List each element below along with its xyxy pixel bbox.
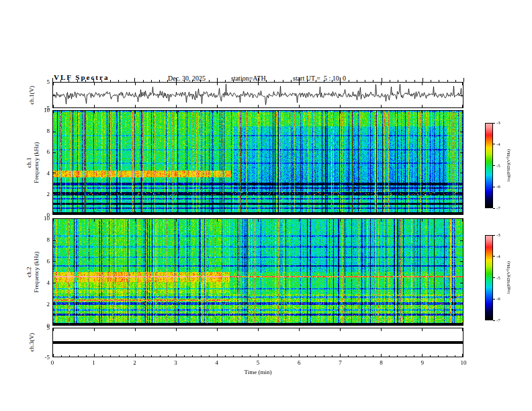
y-tick-mark [460, 342, 463, 343]
x-minor-tick-mark [291, 355, 292, 357]
x-minor-tick-mark [61, 355, 62, 357]
y-tick-mark [53, 304, 56, 304]
x-tick-mark [176, 111, 177, 113]
x-tick-mark [134, 78, 135, 82]
x-tick-mark [217, 322, 218, 325]
x-minor-tick-mark [397, 355, 398, 357]
y-tick-mark [460, 193, 463, 194]
x-tick-mark [94, 105, 95, 107]
x-minor-tick-mark [365, 355, 365, 357]
x-minor-tick-mark [110, 355, 111, 357]
x-minor-tick-mark [69, 80, 69, 82]
x-tick-mark [340, 105, 341, 107]
x-minor-tick-mark [242, 355, 242, 357]
x-tick-mark [176, 328, 177, 331]
x-tick-mark [299, 111, 300, 113]
x-minor-tick-mark [274, 80, 275, 82]
x-tick-label: 1 [85, 359, 101, 366]
x-minor-tick-mark [201, 355, 202, 357]
x-minor-tick-mark [324, 80, 324, 82]
x-minor-tick-mark [250, 80, 251, 82]
x-minor-tick-mark [233, 355, 234, 357]
ch2-spectrogram-ytick-label: 8 [35, 236, 50, 243]
colorbar-tick-label: -5 [496, 163, 500, 169]
ch1-spectrogram-canvas [53, 111, 463, 214]
x-tick-mark [422, 322, 423, 325]
x-minor-tick-mark [102, 355, 103, 357]
y-tick-mark [53, 240, 56, 241]
x-tick-mark [462, 111, 463, 113]
ch1-waveform-panel [52, 82, 463, 108]
x-minor-tick-mark [373, 355, 373, 357]
x-minor-tick-mark [110, 80, 111, 82]
x-tick-mark [135, 83, 136, 85]
y-tick-mark [460, 304, 463, 304]
x-tick-mark [381, 111, 382, 113]
x-tick-label: 5 [250, 359, 266, 366]
x-minor-tick-mark [143, 80, 144, 82]
y-tick-mark [460, 173, 463, 173]
ch1-axis-label-line1: ch.1 [26, 119, 33, 206]
x-tick-mark [462, 322, 463, 325]
x-tick-mark [381, 354, 382, 357]
colorbar-tick-label: -5 [496, 275, 500, 281]
y-tick-mark [53, 342, 56, 343]
x-axis-label: Time (min) [52, 369, 463, 375]
x-tick-mark [340, 83, 341, 85]
ch2-spectrogram-panel [52, 218, 463, 326]
ch2-axis-label-line1: ch.2 [26, 228, 33, 316]
x-tick-mark [53, 322, 54, 325]
x-tick-mark [94, 219, 95, 222]
x-tick-mark [217, 83, 218, 85]
x-tick-label: 8 [373, 359, 390, 366]
x-tick-mark [462, 328, 463, 331]
x-tick-mark [299, 354, 300, 357]
colorbar-tick-mark [493, 123, 495, 124]
x-minor-tick-mark [225, 80, 226, 82]
x-minor-tick-mark [307, 355, 308, 357]
x-tick-label: 10 [455, 359, 472, 366]
x-tick-label: 6 [291, 359, 307, 366]
x-minor-tick-mark [168, 355, 169, 357]
x-tick-mark [258, 105, 259, 107]
colorbar-2-tick-labels: -3-4-5-6-7 [493, 235, 516, 320]
x-tick-mark [422, 111, 423, 113]
x-tick-mark [135, 212, 136, 214]
x-tick-label: 2 [126, 359, 142, 366]
x-minor-tick-mark [118, 80, 119, 82]
ch3-waveform-canvas [53, 328, 463, 357]
x-minor-tick-mark [192, 80, 193, 82]
x-minor-tick-mark [447, 80, 448, 82]
x-tick-mark [93, 78, 94, 82]
colorbar-1 [485, 123, 493, 208]
x-minor-tick-mark [160, 355, 161, 357]
y-tick-mark [53, 283, 56, 283]
colorbar-1-tick-labels: -3-4-5-6-7 [493, 123, 516, 208]
y-tick-mark [53, 193, 56, 194]
colorbar-2-canvas [486, 236, 492, 320]
colorbar-tick-label: -7 [496, 318, 500, 323]
ch1-spectrogram-ytick-label: 4 [35, 170, 50, 177]
ch1-spectrogram-ytick-label: 2 [35, 191, 50, 197]
x-minor-tick-mark [283, 80, 283, 82]
x-minor-tick-mark [85, 80, 86, 82]
colorbar-tick-mark [493, 277, 495, 278]
x-minor-tick-mark [389, 355, 390, 357]
x-tick-mark [176, 105, 177, 107]
x-minor-tick-mark [430, 355, 431, 357]
x-minor-tick-mark [274, 355, 275, 357]
x-minor-tick-mark [406, 80, 406, 82]
colorbar-tick-label: -4 [496, 142, 500, 147]
y-tick-mark [53, 152, 56, 153]
x-tick-label: 3 [168, 359, 184, 366]
x-tick-mark [299, 105, 300, 107]
x-minor-tick-mark [315, 355, 316, 357]
ch2-spectrogram-ytick-labels: 1086420 [35, 218, 50, 326]
x-minor-tick-mark [200, 80, 201, 82]
x-tick-mark [258, 219, 259, 222]
ch3-waveform-ytick-label: 5 [35, 324, 50, 331]
x-minor-tick-mark [250, 355, 251, 357]
colorbar-tick-mark [493, 256, 495, 257]
x-tick-mark [94, 111, 95, 113]
colorbar-tick-label: -3 [496, 232, 500, 238]
